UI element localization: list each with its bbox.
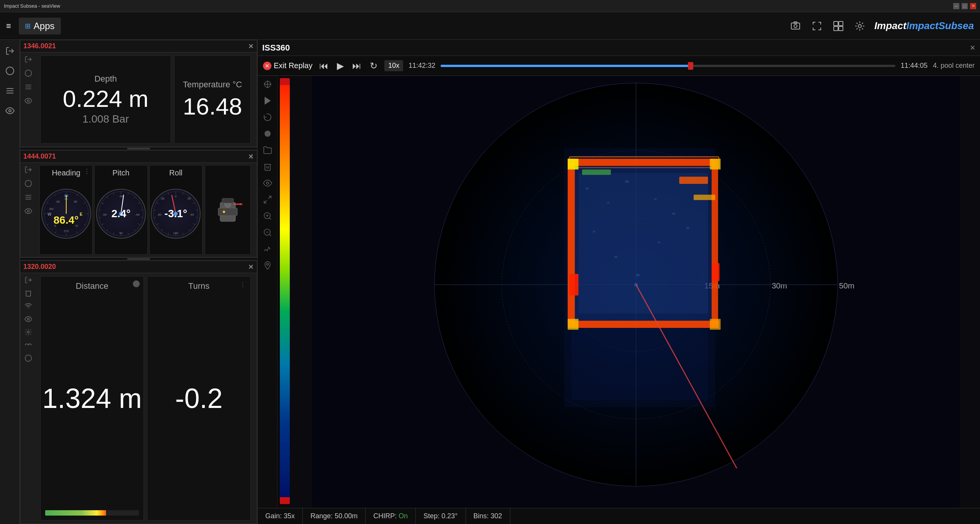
sidebar-icon-login[interactable] — [3, 44, 16, 57]
sonar-tool-measure[interactable] — [263, 244, 272, 255]
svg-text:30: 30 — [188, 197, 191, 200]
sonar-close[interactable]: ✕ — [970, 44, 975, 52]
time-slider-fill — [441, 65, 691, 67]
main-toolbar: ≡ ⊞ Apps ImpactImpactSubsea — [0, 12, 980, 40]
exit-replay-button[interactable]: ✕ Exit Replay — [263, 61, 312, 70]
svg-text:0: 0 — [175, 195, 177, 198]
bottom-sidebar-delete[interactable] — [24, 289, 32, 298]
depth-sidebar-list[interactable] — [24, 83, 32, 92]
orient-sidebar-import[interactable] — [24, 166, 32, 175]
maximize-btn[interactable]: □ — [962, 3, 968, 9]
heading-menu[interactable]: ⋮ — [84, 168, 90, 175]
svg-rect-150 — [679, 177, 708, 184]
compass-dial: 30 60 E 90 120 W -60 S 270 300 — [41, 189, 91, 239]
orient-sidebar-eye[interactable] — [24, 207, 32, 216]
svg-rect-146 — [568, 321, 719, 328]
svg-rect-159 — [586, 187, 589, 190]
play-button[interactable]: ▶ — [335, 59, 345, 73]
bottom-sidebar-eye[interactable] — [24, 315, 32, 324]
heading-value: 86.4° — [54, 214, 79, 226]
svg-point-17 — [28, 100, 29, 102]
sonar-tool-eye[interactable] — [263, 178, 272, 190]
svg-line-36 — [84, 203, 85, 203]
chirp-label: CHIRP: — [373, 512, 397, 520]
settings-button[interactable] — [853, 19, 867, 33]
fullscreen-button[interactable] — [810, 19, 824, 33]
bottom-sidebar-settings[interactable] — [24, 328, 32, 337]
brand-logo: ImpactImpactSubsea — [874, 20, 974, 32]
hamburger-icon[interactable]: ≡ — [6, 21, 11, 31]
turns-value: -0.2 — [175, 385, 222, 412]
svg-point-109 — [28, 331, 29, 333]
svg-point-110 — [25, 355, 32, 362]
apps-button[interactable]: ⊞ Apps — [19, 18, 61, 34]
sidebar-icon-circle[interactable] — [3, 64, 16, 77]
pitch-label: Pitch — [95, 169, 147, 177]
depth-sidebar-circle[interactable] — [24, 69, 32, 79]
depth-panel-id: 1346.0021 — [23, 42, 56, 50]
sonar-tool-pin[interactable] — [263, 261, 272, 272]
depth-panel: 1346.0021 ✕ Depth 0 — [20, 40, 257, 147]
svg-rect-157 — [712, 263, 720, 281]
sonar-tool-play[interactable] — [263, 96, 272, 107]
turns-menu[interactable]: ⋮ — [240, 281, 246, 288]
svg-text:-60: -60 — [56, 200, 60, 203]
sonar-tool-refresh[interactable] — [263, 113, 272, 124]
sidebar-icon-eye[interactable] — [3, 104, 16, 117]
loop-button[interactable]: ↻ — [368, 59, 379, 73]
screenshot-button[interactable] — [789, 19, 802, 33]
pressure-value: 1.008 Bar — [82, 113, 129, 125]
svg-rect-162 — [654, 198, 657, 200]
sonar-tool-zoom-out[interactable] — [263, 228, 272, 239]
distance-toggle[interactable] — [133, 280, 140, 287]
chirp-value: On — [399, 512, 408, 520]
depth-sidebar-eye[interactable] — [24, 97, 32, 106]
svg-rect-101 — [218, 208, 237, 216]
distance-value: 1.324 m — [42, 385, 142, 412]
sonar-display[interactable]: 15m 30m 50m — [292, 76, 980, 508]
sonar-tool-expand[interactable] — [263, 195, 272, 206]
time-slider[interactable] — [441, 65, 895, 67]
bottom-panel-close[interactable]: ✕ — [248, 263, 254, 271]
svg-rect-106 — [222, 198, 234, 203]
model-menu[interactable]: ⋮ — [248, 153, 255, 160]
sonar-tool-record[interactable] — [263, 129, 272, 140]
time-slider-thumb[interactable] — [688, 62, 693, 70]
layout-button[interactable] — [831, 19, 845, 33]
svg-rect-0 — [791, 23, 800, 29]
robot-model-svg — [212, 191, 243, 229]
bottom-sidebar-import[interactable] — [24, 276, 32, 285]
svg-text:90: 90 — [74, 200, 77, 203]
svg-line-39 — [76, 231, 77, 233]
sidebar-icon-list[interactable] — [3, 84, 16, 97]
svg-rect-145 — [712, 159, 718, 324]
close-btn[interactable]: ✕ — [970, 3, 976, 9]
bins-label: Bins: — [474, 512, 489, 520]
bottom-sidebar-wifi[interactable] — [24, 302, 32, 311]
sonar-tool-target[interactable] — [263, 80, 272, 91]
divider-1 — [20, 147, 257, 150]
depth-sidebar-import[interactable] — [24, 56, 32, 65]
svg-point-108 — [28, 318, 29, 320]
forward-button[interactable]: ⏭ — [351, 59, 363, 73]
sonar-header: ISS360 ✕ — [258, 40, 980, 56]
depth-panel-close[interactable]: ✕ — [248, 42, 254, 51]
svg-text:W: W — [47, 212, 52, 216]
minimize-btn[interactable]: ─ — [953, 3, 959, 9]
distance-progress — [45, 510, 139, 516]
orientation-panel-header: 1444.0071 ✕ — [20, 151, 257, 163]
rewind-button[interactable]: ⏮ — [318, 59, 330, 73]
sonar-tool-zoom-in[interactable] — [263, 211, 272, 223]
pitch-value: 2.4° — [111, 208, 131, 220]
svg-rect-151 — [694, 195, 715, 200]
temp-value: 16.48 — [183, 93, 242, 120]
svg-point-107 — [28, 308, 29, 309]
range-label: Range: — [310, 512, 333, 520]
orient-sidebar-circle[interactable] — [24, 180, 32, 189]
sonar-tool-folder[interactable] — [263, 146, 272, 157]
sonar-tool-delete[interactable] — [263, 162, 272, 173]
bottom-sidebar-wave[interactable] — [24, 341, 32, 350]
bottom-sidebar-circle[interactable] — [24, 354, 32, 364]
svg-rect-156 — [570, 274, 579, 295]
orient-sidebar-list[interactable] — [24, 193, 32, 203]
